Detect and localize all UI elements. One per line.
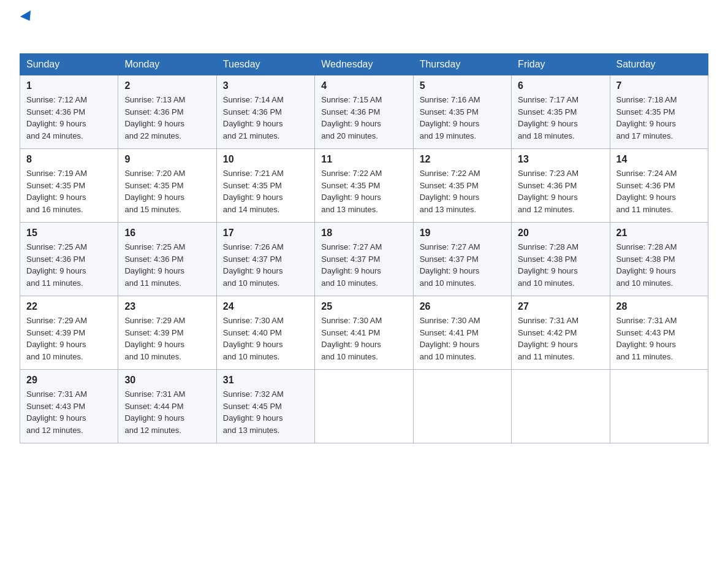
calendar-cell: 27 Sunrise: 7:31 AMSunset: 4:42 PMDaylig… (512, 296, 610, 370)
day-info: Sunrise: 7:19 AMSunset: 4:35 PMDaylight:… (26, 169, 87, 214)
day-number: 25 (321, 301, 406, 312)
day-info: Sunrise: 7:29 AMSunset: 4:39 PMDaylight:… (124, 316, 185, 361)
calendar-cell: 30 Sunrise: 7:31 AMSunset: 4:44 PMDaylig… (118, 370, 216, 443)
day-info: Sunrise: 7:22 AMSunset: 4:35 PMDaylight:… (321, 169, 382, 214)
calendar-cell (610, 370, 708, 443)
calendar-body: 1 Sunrise: 7:12 AMSunset: 4:36 PMDayligh… (20, 75, 708, 443)
calendar-cell: 23 Sunrise: 7:29 AMSunset: 4:39 PMDaylig… (118, 296, 216, 370)
calendar-cell: 25 Sunrise: 7:30 AMSunset: 4:41 PMDaylig… (315, 296, 413, 370)
day-number: 11 (321, 154, 406, 165)
day-number: 28 (616, 301, 702, 312)
day-info: Sunrise: 7:28 AMSunset: 4:38 PMDaylight:… (518, 242, 578, 288)
page-header (20, 15, 708, 42)
logo (20, 15, 42, 42)
day-info: Sunrise: 7:25 AMSunset: 4:36 PMDaylight:… (26, 242, 87, 288)
calendar-cell: 26 Sunrise: 7:30 AMSunset: 4:41 PMDaylig… (413, 296, 511, 370)
day-number: 4 (321, 80, 406, 91)
calendar-cell (315, 370, 413, 443)
calendar-cell: 29 Sunrise: 7:31 AMSunset: 4:43 PMDaylig… (20, 370, 118, 443)
day-number: 15 (26, 228, 112, 239)
day-number: 31 (223, 375, 308, 386)
day-number: 10 (223, 154, 308, 165)
day-number: 7 (616, 80, 702, 91)
calendar-cell: 31 Sunrise: 7:32 AMSunset: 4:45 PMDaylig… (216, 370, 314, 443)
day-info: Sunrise: 7:32 AMSunset: 4:45 PMDaylight:… (223, 389, 284, 435)
calendar-cell: 16 Sunrise: 7:25 AMSunset: 4:36 PMDaylig… (118, 223, 216, 296)
day-number: 24 (223, 301, 308, 312)
day-info: Sunrise: 7:17 AMSunset: 4:35 PMDaylight:… (518, 95, 578, 140)
day-info: Sunrise: 7:15 AMSunset: 4:36 PMDaylight:… (321, 95, 382, 140)
weekday-header-monday: Monday (118, 54, 216, 75)
day-info: Sunrise: 7:27 AMSunset: 4:37 PMDaylight:… (321, 242, 382, 288)
calendar-cell: 22 Sunrise: 7:29 AMSunset: 4:39 PMDaylig… (20, 296, 118, 370)
day-number: 12 (420, 154, 505, 165)
day-info: Sunrise: 7:27 AMSunset: 4:37 PMDaylight:… (420, 242, 480, 288)
day-info: Sunrise: 7:31 AMSunset: 4:43 PMDaylight:… (616, 316, 677, 361)
calendar-cell: 20 Sunrise: 7:28 AMSunset: 4:38 PMDaylig… (512, 223, 610, 296)
weekday-header-tuesday: Tuesday (216, 54, 314, 75)
day-number: 8 (26, 154, 112, 165)
calendar-cell: 5 Sunrise: 7:16 AMSunset: 4:35 PMDayligh… (413, 75, 511, 149)
calendar-cell: 3 Sunrise: 7:14 AMSunset: 4:36 PMDayligh… (216, 75, 314, 149)
day-number: 23 (124, 301, 210, 312)
calendar-cell: 11 Sunrise: 7:22 AMSunset: 4:35 PMDaylig… (315, 149, 413, 223)
day-number: 26 (420, 301, 505, 312)
day-number: 21 (616, 228, 702, 239)
calendar-cell: 21 Sunrise: 7:28 AMSunset: 4:38 PMDaylig… (610, 223, 708, 296)
day-number: 30 (124, 375, 210, 386)
weekday-header-thursday: Thursday (413, 54, 511, 75)
calendar-week-row: 15 Sunrise: 7:25 AMSunset: 4:36 PMDaylig… (20, 223, 708, 296)
day-number: 17 (223, 228, 308, 239)
day-number: 6 (518, 80, 603, 91)
day-info: Sunrise: 7:13 AMSunset: 4:36 PMDaylight:… (124, 95, 185, 140)
calendar-week-row: 1 Sunrise: 7:12 AMSunset: 4:36 PMDayligh… (20, 75, 708, 149)
day-info: Sunrise: 7:28 AMSunset: 4:38 PMDaylight:… (616, 242, 677, 288)
day-info: Sunrise: 7:16 AMSunset: 4:35 PMDaylight:… (420, 95, 480, 140)
day-info: Sunrise: 7:26 AMSunset: 4:37 PMDaylight:… (223, 242, 284, 288)
day-number: 16 (124, 228, 210, 239)
calendar-cell: 14 Sunrise: 7:24 AMSunset: 4:36 PMDaylig… (610, 149, 708, 223)
calendar-week-row: 22 Sunrise: 7:29 AMSunset: 4:39 PMDaylig… (20, 296, 708, 370)
day-number: 29 (26, 375, 112, 386)
calendar-cell: 10 Sunrise: 7:21 AMSunset: 4:35 PMDaylig… (216, 149, 314, 223)
calendar-cell: 28 Sunrise: 7:31 AMSunset: 4:43 PMDaylig… (610, 296, 708, 370)
day-number: 14 (616, 154, 702, 165)
day-number: 18 (321, 228, 406, 239)
day-info: Sunrise: 7:31 AMSunset: 4:42 PMDaylight:… (518, 316, 578, 361)
day-info: Sunrise: 7:30 AMSunset: 4:40 PMDaylight:… (223, 316, 284, 361)
calendar-table: SundayMondayTuesdayWednesdayThursdayFrid… (20, 53, 708, 443)
day-number: 13 (518, 154, 603, 165)
day-info: Sunrise: 7:31 AMSunset: 4:44 PMDaylight:… (124, 389, 185, 435)
day-number: 19 (420, 228, 505, 239)
weekday-header-row: SundayMondayTuesdayWednesdayThursdayFrid… (20, 54, 708, 75)
day-info: Sunrise: 7:14 AMSunset: 4:36 PMDaylight:… (223, 95, 284, 140)
day-info: Sunrise: 7:23 AMSunset: 4:36 PMDaylight:… (518, 169, 578, 214)
weekday-header-friday: Friday (512, 54, 610, 75)
calendar-cell: 7 Sunrise: 7:18 AMSunset: 4:35 PMDayligh… (610, 75, 708, 149)
day-info: Sunrise: 7:24 AMSunset: 4:36 PMDaylight:… (616, 169, 677, 214)
day-number: 1 (26, 80, 112, 91)
day-info: Sunrise: 7:30 AMSunset: 4:41 PMDaylight:… (420, 316, 480, 361)
weekday-header-wednesday: Wednesday (315, 54, 413, 75)
day-number: 20 (518, 228, 603, 239)
day-info: Sunrise: 7:31 AMSunset: 4:43 PMDaylight:… (26, 389, 87, 435)
calendar-cell: 8 Sunrise: 7:19 AMSunset: 4:35 PMDayligh… (20, 149, 118, 223)
day-info: Sunrise: 7:30 AMSunset: 4:41 PMDaylight:… (321, 316, 382, 361)
calendar-cell: 6 Sunrise: 7:17 AMSunset: 4:35 PMDayligh… (512, 75, 610, 149)
day-info: Sunrise: 7:25 AMSunset: 4:36 PMDaylight:… (124, 242, 185, 288)
calendar-cell: 12 Sunrise: 7:22 AMSunset: 4:35 PMDaylig… (413, 149, 511, 223)
calendar-cell: 18 Sunrise: 7:27 AMSunset: 4:37 PMDaylig… (315, 223, 413, 296)
calendar-cell: 15 Sunrise: 7:25 AMSunset: 4:36 PMDaylig… (20, 223, 118, 296)
day-info: Sunrise: 7:29 AMSunset: 4:39 PMDaylight:… (26, 316, 87, 361)
calendar-cell: 17 Sunrise: 7:26 AMSunset: 4:37 PMDaylig… (216, 223, 314, 296)
day-number: 9 (124, 154, 210, 165)
calendar-cell: 4 Sunrise: 7:15 AMSunset: 4:36 PMDayligh… (315, 75, 413, 149)
day-number: 2 (124, 80, 210, 91)
day-info: Sunrise: 7:20 AMSunset: 4:35 PMDaylight:… (124, 169, 185, 214)
calendar-week-row: 8 Sunrise: 7:19 AMSunset: 4:35 PMDayligh… (20, 149, 708, 223)
calendar-cell: 13 Sunrise: 7:23 AMSunset: 4:36 PMDaylig… (512, 149, 610, 223)
day-info: Sunrise: 7:21 AMSunset: 4:35 PMDaylight:… (223, 169, 284, 214)
day-info: Sunrise: 7:12 AMSunset: 4:36 PMDaylight:… (26, 95, 87, 140)
day-info: Sunrise: 7:18 AMSunset: 4:35 PMDaylight:… (616, 95, 677, 140)
weekday-header-saturday: Saturday (610, 54, 708, 75)
